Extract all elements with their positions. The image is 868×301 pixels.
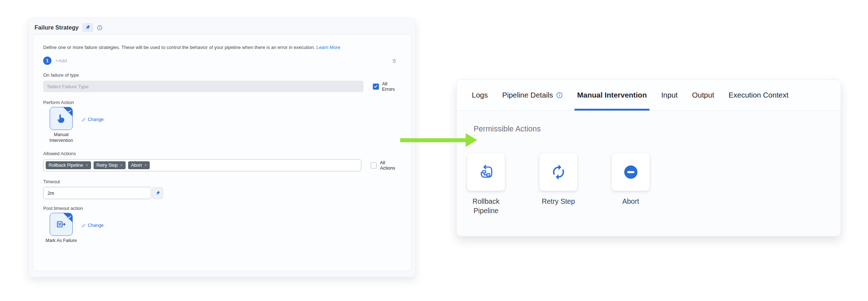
tab-label: Input bbox=[661, 91, 678, 99]
selected-check-icon bbox=[68, 108, 72, 114]
action-label: Rollback Pipeline bbox=[466, 197, 506, 216]
tab-bar: Logs Pipeline Details Manual Interventio… bbox=[457, 80, 841, 111]
active-tab-underline bbox=[574, 109, 650, 111]
panel-title: Failure Strategy bbox=[35, 24, 79, 31]
tab-manual-intervention[interactable]: Manual Intervention bbox=[574, 80, 650, 111]
tab-label: Logs bbox=[472, 91, 488, 99]
tab-label: Execution Context bbox=[729, 91, 788, 99]
delete-strategy-button[interactable] bbox=[392, 58, 397, 64]
post-timeout-row: Mark As Failure Change bbox=[43, 213, 401, 243]
all-errors-label: All Errors bbox=[382, 81, 401, 92]
retry-step-button[interactable] bbox=[539, 153, 577, 191]
timeout-pin-button[interactable] bbox=[152, 187, 163, 199]
allowed-actions-label: Allowed Actions bbox=[43, 151, 401, 156]
tab-label: Manual Intervention bbox=[577, 91, 647, 99]
timeout-label: Timeout bbox=[43, 179, 401, 184]
tag-label: Abort bbox=[131, 163, 142, 168]
action-label: Retry Step bbox=[539, 197, 578, 206]
timeout-input[interactable] bbox=[43, 187, 151, 199]
action-retry-step: Retry Step bbox=[539, 153, 577, 216]
pin-icon bbox=[155, 191, 160, 196]
tab-output[interactable]: Output bbox=[689, 80, 717, 111]
change-post-timeout-link[interactable]: Change bbox=[81, 223, 104, 228]
learn-more-link[interactable]: Learn More bbox=[316, 45, 340, 50]
abort-button[interactable] bbox=[612, 153, 650, 191]
tag-retry-step: Retry Step × bbox=[94, 161, 126, 169]
abort-icon bbox=[623, 164, 639, 180]
strategy-form-card: Define one or more failure strategies. T… bbox=[33, 34, 412, 271]
action-abort: Abort bbox=[612, 153, 650, 216]
tab-label: Pipeline Details bbox=[502, 91, 553, 99]
action-label: Abort bbox=[611, 197, 651, 206]
info-icon[interactable] bbox=[97, 25, 103, 31]
tag-label: Retry Step bbox=[96, 163, 118, 168]
pin-button[interactable] bbox=[82, 23, 93, 32]
info-icon bbox=[556, 92, 563, 99]
on-failure-label: On failure of type bbox=[43, 72, 401, 78]
annotation-arrow-head bbox=[466, 133, 477, 147]
tab-label: Output bbox=[692, 91, 714, 99]
post-timeout-label: Post timeout action bbox=[43, 206, 401, 211]
perform-action-row: Manual Intervention Change bbox=[43, 107, 401, 143]
strategy-description: Define one or more failure strategies. T… bbox=[43, 45, 401, 50]
permissible-actions-heading: Permissible Actions bbox=[474, 125, 826, 134]
manual-intervention-card[interactable] bbox=[50, 107, 73, 130]
check-icon bbox=[374, 84, 378, 89]
execution-details-panel: Logs Pipeline Details Manual Interventio… bbox=[456, 79, 841, 237]
rollback-pipeline-button[interactable] bbox=[467, 153, 505, 191]
perform-action-label: Perform Action bbox=[43, 100, 401, 105]
description-text: Define one or more failure strategies. T… bbox=[43, 45, 315, 50]
allowed-actions-row: Rollback Pipeline × Retry Step × Abort ×… bbox=[43, 159, 401, 171]
tag-abort: Abort × bbox=[128, 161, 150, 169]
add-strategy-button[interactable]: +Add bbox=[55, 58, 67, 63]
change-label: Change bbox=[88, 223, 104, 228]
all-actions-label: All Actions bbox=[380, 160, 401, 171]
tag-label: Rollback Pipeline bbox=[49, 163, 83, 168]
all-errors-checkbox-wrap[interactable]: All Errors bbox=[373, 81, 401, 92]
failure-type-row: All Errors bbox=[43, 81, 401, 92]
rollback-pipeline-icon bbox=[478, 164, 494, 180]
perform-action-value: Manual Intervention bbox=[44, 132, 78, 143]
pencil-icon bbox=[81, 223, 86, 228]
tab-logs[interactable]: Logs bbox=[469, 80, 490, 111]
screenshot-canvas: Failure Strategy Define one or more fail… bbox=[0, 0, 868, 301]
permissible-actions-row: Rollback Pipeline Retry Step bbox=[467, 153, 826, 216]
all-actions-checkbox[interactable] bbox=[371, 162, 377, 169]
allowed-actions-input[interactable]: Rollback Pipeline × Retry Step × Abort × bbox=[43, 159, 361, 171]
tab-execution-context[interactable]: Execution Context bbox=[726, 80, 791, 111]
remove-tag-icon[interactable]: × bbox=[144, 163, 147, 167]
trash-icon bbox=[392, 58, 397, 64]
change-label: Change bbox=[88, 117, 104, 122]
pin-icon bbox=[85, 25, 90, 30]
action-rollback-pipeline: Rollback Pipeline bbox=[467, 153, 505, 216]
remove-tag-icon[interactable]: × bbox=[120, 163, 123, 167]
tab-pipeline-details[interactable]: Pipeline Details bbox=[499, 80, 565, 111]
annotation-arrow bbox=[400, 138, 466, 142]
all-actions-checkbox-wrap[interactable]: All Actions bbox=[371, 160, 401, 171]
failure-strategy-card: Failure Strategy Define one or more fail… bbox=[28, 18, 416, 277]
strategy-index-chip[interactable]: 1 bbox=[43, 57, 51, 65]
retry-icon bbox=[550, 164, 567, 180]
all-errors-checkbox[interactable] bbox=[373, 84, 379, 90]
change-action-link[interactable]: Change bbox=[81, 117, 104, 122]
selected-check-icon bbox=[68, 214, 72, 220]
post-timeout-value: Mark As Failure bbox=[44, 238, 78, 243]
strategy-selector-row: 1 +Add bbox=[43, 57, 401, 65]
perform-action-col: Manual Intervention bbox=[43, 107, 79, 143]
tab-input[interactable]: Input bbox=[658, 80, 681, 111]
post-timeout-col: Mark As Failure bbox=[43, 213, 79, 243]
manual-intervention-body: Permissible Actions Rollback Pipeline bbox=[457, 111, 841, 216]
failure-type-select[interactable] bbox=[43, 81, 363, 92]
remove-tag-icon[interactable]: × bbox=[86, 163, 88, 167]
tag-rollback-pipeline: Rollback Pipeline × bbox=[46, 161, 91, 169]
pencil-icon bbox=[81, 117, 86, 122]
failure-strategy-header: Failure Strategy bbox=[28, 18, 415, 32]
timeout-row bbox=[43, 187, 401, 199]
mark-as-failure-card[interactable] bbox=[50, 213, 73, 236]
